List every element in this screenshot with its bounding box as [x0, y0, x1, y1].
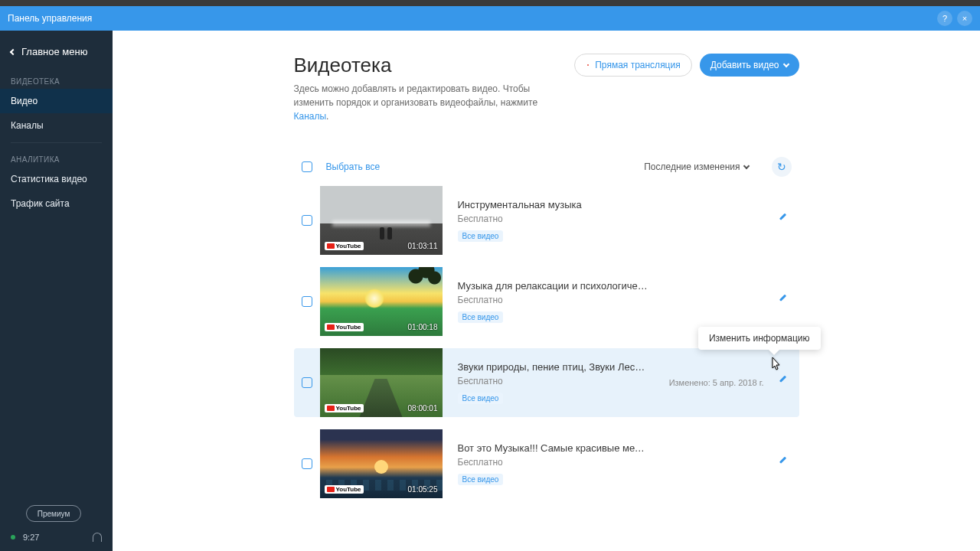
video-row[interactable]: YouTube01:05:25Вот это Музыка!!! Самые к…: [294, 429, 799, 498]
edit-button[interactable]: [772, 210, 792, 230]
channels-link[interactable]: Каналы: [294, 111, 327, 122]
page-title: Видеотека: [294, 54, 575, 77]
select-all-label[interactable]: Выбрать все: [326, 161, 381, 172]
topbar-title: Панель управления: [8, 13, 933, 24]
chevron-down-icon: [782, 60, 789, 67]
pencil-icon: [776, 296, 787, 307]
video-tag[interactable]: Все видео: [458, 393, 504, 404]
pencil-icon: [776, 458, 787, 469]
video-price: Бесплатно: [458, 295, 772, 305]
refresh-button[interactable]: ↻: [772, 157, 792, 177]
add-video-button[interactable]: Добавить видео: [700, 54, 799, 77]
video-duration: 01:03:11: [408, 242, 438, 250]
sidebar: Главное меню ВИДЕОТЕКА Видео Каналы АНАЛ…: [0, 31, 113, 551]
video-price: Бесплатно: [458, 214, 772, 224]
bell-icon[interactable]: [93, 533, 102, 542]
row-checkbox[interactable]: [302, 215, 312, 226]
video-title: Инструментальная музыка: [458, 199, 649, 210]
video-row[interactable]: YouTube01:00:18Музыка для релаксации и п…: [294, 267, 799, 336]
main-content: Видеотека Здесь можно добавлять и редакт…: [113, 31, 980, 551]
edit-tooltip: Изменить информацию: [698, 327, 821, 350]
video-tag[interactable]: Все видео: [458, 311, 504, 323]
youtube-badge-icon: YouTube: [325, 242, 364, 250]
sidebar-footer: 9:27: [0, 533, 113, 551]
video-title: Вот это Музыка!!! Самые красивые мелодии…: [458, 442, 649, 454]
row-checkbox[interactable]: [302, 458, 312, 469]
video-price: Бесплатно: [458, 457, 772, 468]
sidebar-item-video-stats[interactable]: Статистика видео: [0, 167, 113, 191]
video-row[interactable]: YouTube01:03:11Инструментальная музыкаБе…: [294, 186, 799, 255]
help-icon[interactable]: ?: [937, 11, 952, 26]
youtube-badge-icon: YouTube: [325, 485, 364, 494]
video-tag[interactable]: Все видео: [458, 230, 504, 242]
edit-button[interactable]: [772, 292, 792, 311]
edit-button[interactable]: [772, 454, 792, 474]
status-dot-icon: [11, 535, 15, 540]
video-thumbnail[interactable]: YouTube08:00:01: [320, 348, 443, 417]
video-thumbnail[interactable]: YouTube01:03:11: [320, 186, 443, 255]
back-label: Главное меню: [21, 46, 87, 57]
chevron-left-icon: [10, 48, 16, 54]
clock-time: 9:27: [23, 533, 39, 542]
list-header: Выбрать все Последние изменения ↻: [294, 157, 799, 186]
pencil-icon: [776, 215, 787, 226]
sidebar-group-library: ВИДЕОТЕКА: [0, 70, 113, 89]
topbar: Панель управления ? ×: [0, 6, 980, 31]
youtube-badge-icon: YouTube: [325, 404, 364, 412]
premium-button[interactable]: Премиум: [26, 505, 81, 522]
sort-dropdown[interactable]: Последние изменения: [644, 161, 748, 172]
sidebar-item-traffic[interactable]: Трафик сайта: [0, 191, 113, 216]
sidebar-item-video[interactable]: Видео: [0, 89, 113, 113]
sidebar-item-channels[interactable]: Каналы: [0, 113, 113, 138]
video-thumbnail[interactable]: YouTube01:05:25: [320, 429, 443, 498]
video-tag[interactable]: Все видео: [458, 474, 504, 485]
select-all-checkbox[interactable]: [302, 161, 312, 172]
video-row[interactable]: YouTube08:00:01Звуки природы, пение птиц…: [294, 348, 799, 417]
video-info: Звуки природы, пение птиц, Звуки Леса, д…: [458, 361, 669, 404]
close-icon[interactable]: ×: [957, 11, 972, 26]
video-duration: 08:00:01: [408, 404, 438, 412]
video-duration: 01:05:25: [408, 485, 438, 494]
video-info: Инструментальная музыкаБесплатноВсе виде…: [458, 199, 772, 242]
youtube-badge-icon: YouTube: [325, 323, 364, 331]
video-modified: Изменено: 5 апр. 2018 г.: [669, 378, 764, 387]
row-checkbox[interactable]: [302, 296, 312, 307]
video-title: Звуки природы, пение птиц, Звуки Леса, д…: [458, 361, 649, 373]
chevron-down-icon: [743, 162, 749, 168]
video-info: Музыка для релаксации и психологической …: [458, 280, 772, 323]
live-stream-button[interactable]: Прямая трансляция: [574, 54, 691, 77]
divider: [11, 142, 102, 143]
video-duration: 01:00:18: [408, 323, 438, 331]
video-price: Бесплатно: [458, 376, 669, 386]
page-description: Здесь можно добавлять и редактировать ви…: [294, 82, 554, 123]
video-info: Вот это Музыка!!! Самые красивые мелодии…: [458, 442, 772, 485]
edit-button[interactable]: [772, 373, 792, 393]
video-thumbnail[interactable]: YouTube01:00:18: [320, 267, 443, 336]
sidebar-group-analytics: АНАЛИТИКА: [0, 148, 113, 167]
live-dot-icon: [586, 63, 590, 67]
pencil-icon: [776, 377, 787, 388]
row-checkbox[interactable]: [302, 377, 312, 388]
video-title: Музыка для релаксации и психологической …: [458, 280, 649, 292]
back-to-main[interactable]: Главное меню: [0, 31, 113, 70]
